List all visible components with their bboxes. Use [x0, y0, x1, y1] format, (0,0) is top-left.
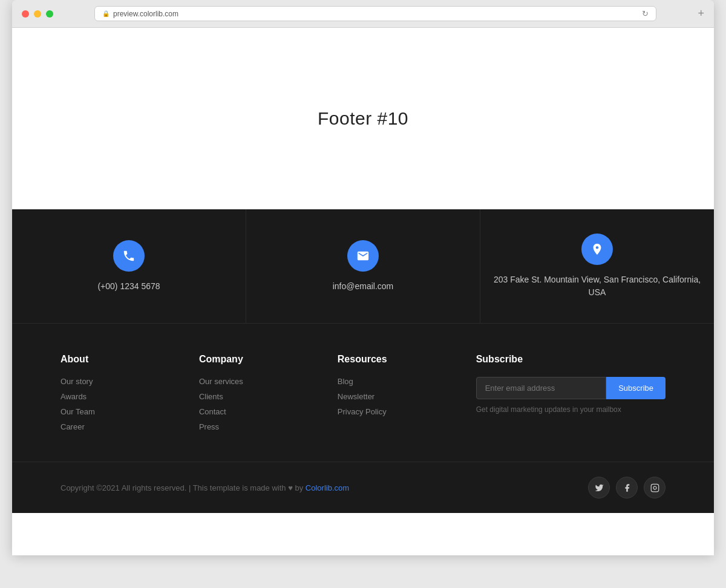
instagram-icon — [650, 483, 659, 492]
address-text: 203 Fake St. Mountain View, San Francisc… — [492, 273, 702, 299]
page-title: Footer #10 — [318, 108, 408, 129]
about-column: About Our story Awards Our Team Career — [60, 354, 187, 437]
maximize-button[interactable] — [46, 10, 53, 18]
browser-content: Footer #10 (+00) 1234 5678 — [12, 28, 714, 555]
facebook-icon — [623, 483, 632, 492]
address-contact-item: 203 Fake St. Mountain View, San Francisc… — [480, 209, 714, 323]
page-footer-strip — [12, 513, 714, 555]
resources-link-privacy[interactable]: Privacy Policy — [338, 407, 464, 416]
phone-icon — [122, 249, 136, 263]
about-link-our-story[interactable]: Our story — [60, 377, 187, 386]
footer: (+00) 1234 5678 info@email.com — [12, 209, 714, 513]
address-bar[interactable]: 🔒 preview.colorlib.com ↻ — [94, 6, 656, 21]
subscribe-button[interactable]: Subscribe — [606, 377, 666, 399]
browser-window: 🔒 preview.colorlib.com ↻ + Footer #10 — [12, 0, 714, 555]
phone-text: (+00) 1234 5678 — [97, 280, 160, 293]
resources-column: Resources Blog Newsletter Privacy Policy — [338, 354, 464, 437]
company-link-press[interactable]: Press — [199, 422, 325, 431]
email-icon-circle — [347, 240, 379, 272]
page-hero: Footer #10 — [12, 28, 714, 209]
copyright-text: Copyright ©2021 All rights reserved. | T… — [60, 483, 349, 492]
location-icon — [590, 243, 604, 256]
minimize-button[interactable] — [34, 10, 41, 18]
refresh-button[interactable]: ↻ — [642, 9, 649, 18]
footer-bottom: Copyright ©2021 All rights reserved. | T… — [12, 462, 714, 513]
svg-rect-0 — [651, 484, 659, 492]
footer-links: About Our story Awards Our Team Career C… — [12, 324, 714, 462]
browser-titlebar: 🔒 preview.colorlib.com ↻ + — [12, 0, 714, 28]
resources-link-blog[interactable]: Blog — [338, 377, 464, 386]
about-link-our-team[interactable]: Our Team — [60, 407, 187, 416]
email-contact-item: info@email.com — [246, 209, 480, 323]
company-link-contact[interactable]: Contact — [199, 407, 325, 416]
company-link-clients[interactable]: Clients — [199, 392, 325, 401]
company-link-our-services[interactable]: Our services — [199, 377, 325, 386]
phone-contact-item: (+00) 1234 5678 — [12, 209, 246, 323]
contact-bar: (+00) 1234 5678 info@email.com — [12, 209, 714, 324]
twitter-button[interactable] — [588, 477, 610, 498]
colorlib-link[interactable]: Colorlib.com — [306, 483, 349, 492]
url-text: preview.colorlib.com — [113, 10, 178, 18]
subscribe-hint: Get digital marketing updates in your ma… — [476, 405, 666, 414]
resources-link-newsletter[interactable]: Newsletter — [338, 392, 464, 401]
social-icons — [588, 477, 666, 498]
subscribe-column: Subscribe Subscribe Get digital marketin… — [476, 354, 666, 437]
about-link-awards[interactable]: Awards — [60, 392, 187, 401]
location-icon-circle — [581, 234, 613, 265]
company-heading: Company — [199, 354, 325, 365]
instagram-button[interactable] — [644, 477, 666, 498]
company-column: Company Our services Clients Contact Pre… — [199, 354, 325, 437]
facebook-button[interactable] — [616, 477, 638, 498]
subscribe-heading: Subscribe — [476, 354, 666, 365]
close-button[interactable] — [22, 10, 29, 18]
new-tab-button[interactable]: + — [698, 7, 704, 20]
lock-icon: 🔒 — [102, 10, 110, 17]
phone-icon-circle — [113, 240, 145, 272]
email-icon — [356, 249, 370, 263]
twitter-icon — [595, 483, 604, 492]
email-input[interactable] — [476, 377, 607, 399]
about-link-career[interactable]: Career — [60, 422, 187, 431]
about-heading: About — [60, 354, 187, 365]
resources-heading: Resources — [338, 354, 464, 365]
email-text: info@email.com — [333, 280, 394, 293]
subscribe-form: Subscribe — [476, 377, 666, 399]
